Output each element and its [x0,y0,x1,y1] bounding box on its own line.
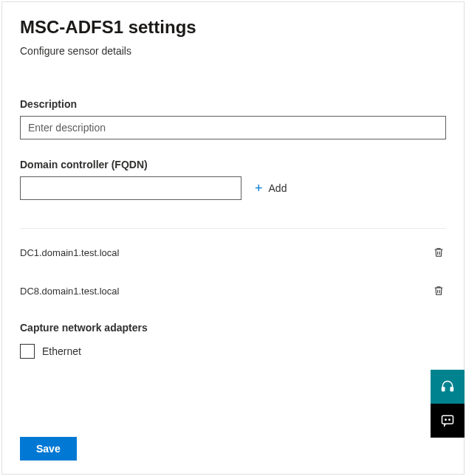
dc-name: DC1.domain1.test.local [20,247,119,258]
fqdn-label: Domain controller (FQDN) [20,159,446,170]
svg-rect-0 [442,387,445,391]
settings-panel: MSC-ADFS1 settings Configure sensor deta… [1,1,465,475]
description-input[interactable] [20,116,446,139]
page-title: MSC-ADFS1 settings [20,17,446,38]
svg-rect-2 [442,415,453,424]
dc-row: DC8.domain1.test.local [20,283,446,298]
svg-point-4 [449,419,450,420]
svg-rect-1 [450,387,453,391]
description-label: Description [20,98,446,110]
add-button-label: Add [269,182,287,194]
save-button[interactable]: Save [20,437,77,461]
delete-button[interactable] [431,245,446,260]
headset-icon [440,379,455,394]
dc-name: DC8.domain1.test.local [20,286,119,297]
adapter-item: Ethernet [20,344,446,359]
trash-icon [433,246,445,258]
divider [20,228,446,229]
plus-icon: + [255,182,263,195]
dc-row: DC1.domain1.test.local [20,245,446,260]
chat-icon [440,413,455,428]
trash-icon [433,285,445,297]
delete-button[interactable] [431,283,446,298]
adapters-label: Capture network adapters [20,322,446,334]
page-subtitle: Configure sensor details [20,45,446,57]
floating-actions [431,370,465,438]
feedback-button[interactable] [431,404,465,438]
adapter-checkbox[interactable] [20,344,35,359]
fqdn-input[interactable] [20,176,241,200]
adapter-checkbox-label: Ethernet [42,345,81,357]
add-button[interactable]: + Add [252,179,289,198]
svg-point-3 [445,419,446,420]
support-button[interactable] [431,370,465,404]
